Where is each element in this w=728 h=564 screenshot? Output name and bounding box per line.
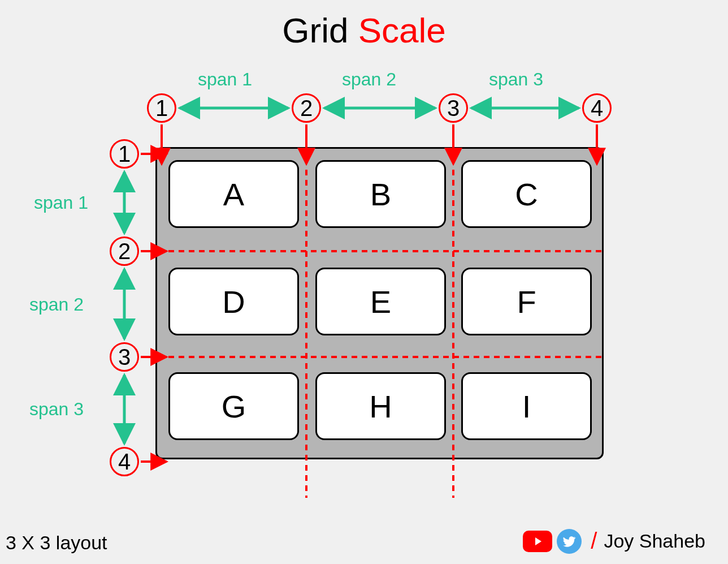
row-line-number-4: 4 <box>110 447 139 476</box>
youtube-icon <box>523 531 552 552</box>
grid-cell-c: C <box>461 160 592 228</box>
row-span-label-1: span 1 <box>34 192 88 213</box>
layout-caption: 3 X 3 layout <box>6 532 107 554</box>
col-span-label-3: span 3 <box>489 69 543 90</box>
twitter-icon <box>557 529 582 554</box>
author-name: Joy Shaheb <box>604 530 705 552</box>
grid-cell-e: E <box>315 268 446 335</box>
title-word-1: Grid <box>282 11 348 50</box>
grid-cell-g: G <box>168 372 299 440</box>
col-line-number-1: 1 <box>147 93 176 123</box>
col-span-label-2: span 2 <box>342 69 396 90</box>
grid-cell-f: F <box>461 268 592 335</box>
page-title: Grid Scale <box>0 10 728 50</box>
col-line-number-4: 4 <box>582 93 612 123</box>
author-credit: / Joy Shaheb <box>523 528 705 554</box>
grid-cell-i: I <box>461 372 592 440</box>
row-span-label-3: span 3 <box>29 399 84 420</box>
title-word-2: Scale <box>358 11 446 50</box>
row-span-label-2: span 2 <box>29 294 84 315</box>
svg-marker-18 <box>535 537 541 545</box>
col-line-number-3: 3 <box>439 93 468 123</box>
row-line-number-1: 1 <box>110 139 139 169</box>
grid-cell-a: A <box>168 160 299 228</box>
grid-cell-d: D <box>168 268 299 335</box>
grid-cell-h: H <box>315 372 446 440</box>
row-line-number-2: 2 <box>110 236 139 266</box>
grid-container: A B C D E F G H I <box>155 147 604 459</box>
col-span-label-1: span 1 <box>198 69 252 90</box>
grid-cell-b: B <box>315 160 446 228</box>
credit-separator: / <box>591 528 597 554</box>
col-line-number-2: 2 <box>292 93 321 123</box>
row-line-number-3: 3 <box>110 342 139 372</box>
